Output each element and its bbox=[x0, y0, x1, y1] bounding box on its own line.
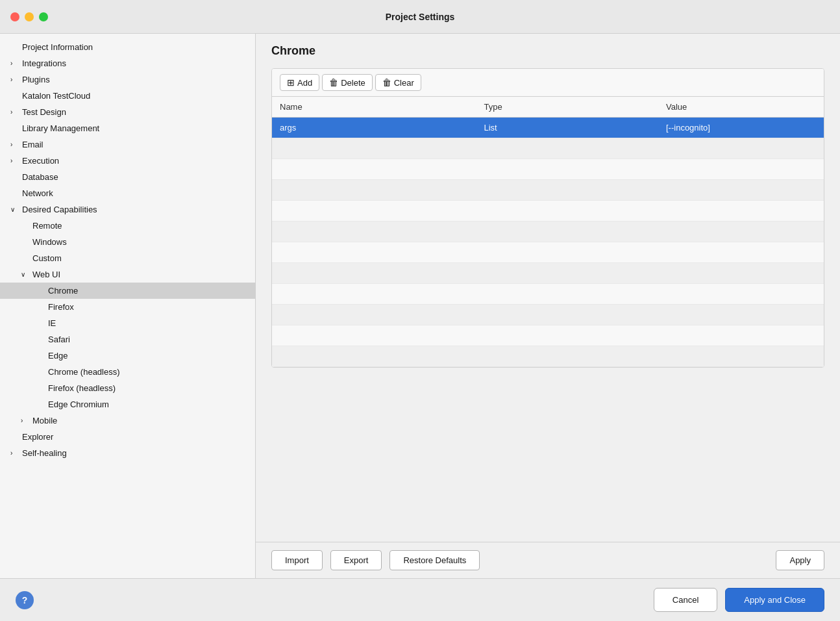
chevron-icon: › bbox=[10, 108, 18, 116]
sidebar-item-ie[interactable]: IE bbox=[0, 315, 255, 331]
maximize-button[interactable] bbox=[39, 12, 48, 21]
sidebar-item-label: Explorer bbox=[22, 432, 53, 442]
cell-type bbox=[476, 201, 659, 222]
sidebar-item-execution[interactable]: ›Execution bbox=[0, 153, 255, 169]
table-row[interactable] bbox=[272, 305, 824, 325]
sidebar-item-email[interactable]: ›Email bbox=[0, 136, 255, 153]
table-row[interactable] bbox=[272, 159, 824, 180]
cell-type bbox=[476, 305, 659, 325]
sidebar-item-database[interactable]: Database bbox=[0, 169, 255, 185]
sidebar-item-plugins[interactable]: ›Plugins bbox=[0, 71, 255, 88]
footer-bar: ? Cancel Apply and Close bbox=[0, 578, 840, 621]
cell-type bbox=[476, 180, 659, 201]
table-row[interactable] bbox=[272, 325, 824, 346]
add-label: Add bbox=[297, 78, 312, 88]
sidebar-item-label: Self-healing bbox=[22, 448, 67, 458]
add-button[interactable]: ⊞ Add bbox=[280, 74, 319, 91]
sidebar-item-firefox-headless[interactable]: Firefox (headless) bbox=[0, 380, 255, 396]
cell-value: [--incognito] bbox=[658, 118, 824, 138]
cell-value bbox=[658, 284, 824, 305]
table-row[interactable] bbox=[272, 284, 824, 305]
cell-type bbox=[476, 325, 659, 346]
cell-type bbox=[476, 159, 659, 180]
window-title: Project Settings bbox=[386, 12, 455, 22]
sidebar-item-windows[interactable]: Windows bbox=[0, 234, 255, 250]
sidebar-item-label: Katalon TestCloud bbox=[22, 91, 90, 101]
table-row[interactable] bbox=[272, 222, 824, 242]
sidebar-item-safari[interactable]: Safari bbox=[0, 331, 255, 348]
table-row[interactable] bbox=[272, 138, 824, 159]
content-body: ⊞ Add 🗑 Delete 🗑 Clear bbox=[256, 63, 840, 542]
chevron-icon: ∨ bbox=[21, 271, 29, 278]
sidebar-item-self-healing[interactable]: ›Self-healing bbox=[0, 445, 255, 461]
content-area: Chrome ⊞ Add 🗑 Delete 🗑 Clear bbox=[256, 34, 840, 578]
delete-icon: 🗑 bbox=[329, 77, 338, 88]
sidebar-item-label: Integrations bbox=[22, 58, 66, 68]
table-row[interactable] bbox=[272, 180, 824, 201]
sidebar-item-network[interactable]: Network bbox=[0, 185, 255, 201]
sidebar-item-remote[interactable]: Remote bbox=[0, 218, 255, 234]
clear-button[interactable]: 🗑 Clear bbox=[375, 74, 421, 91]
delete-label: Delete bbox=[341, 78, 365, 88]
sidebar-item-chrome[interactable]: Chrome bbox=[0, 283, 255, 299]
cell-name bbox=[272, 325, 476, 346]
sidebar-item-label: Email bbox=[22, 140, 43, 149]
table-row[interactable] bbox=[272, 263, 824, 284]
sidebar-item-label: Chrome bbox=[48, 286, 78, 296]
table-row[interactable]: argsList[--incognito] bbox=[272, 118, 824, 138]
minimize-button[interactable] bbox=[25, 12, 34, 21]
chevron-icon: › bbox=[21, 417, 29, 424]
import-button[interactable]: Import bbox=[271, 550, 323, 570]
sidebar-item-label: Database bbox=[22, 172, 58, 182]
table-row[interactable] bbox=[272, 242, 824, 263]
action-bar: Import Export Restore Defaults Apply bbox=[256, 542, 840, 578]
cell-name: args bbox=[272, 118, 476, 138]
close-button[interactable] bbox=[10, 12, 19, 21]
sidebar-item-label: Network bbox=[22, 188, 53, 198]
sidebar-item-chrome-headless[interactable]: Chrome (headless) bbox=[0, 364, 255, 380]
sidebar-item-project-information[interactable]: Project Information bbox=[0, 39, 255, 55]
sidebar-item-firefox[interactable]: Firefox bbox=[0, 299, 255, 315]
table-row[interactable] bbox=[272, 346, 824, 367]
sidebar-item-katalon-testcloud[interactable]: Katalon TestCloud bbox=[0, 88, 255, 104]
apply-button[interactable]: Apply bbox=[776, 550, 824, 570]
title-bar: Project Settings bbox=[0, 0, 840, 34]
add-icon: ⊞ bbox=[287, 77, 295, 88]
table-row[interactable] bbox=[272, 201, 824, 222]
chevron-icon: › bbox=[10, 157, 18, 164]
table-container: ⊞ Add 🗑 Delete 🗑 Clear bbox=[271, 68, 824, 368]
cell-type bbox=[476, 263, 659, 284]
sidebar-item-label: Safari bbox=[48, 335, 70, 344]
sidebar-item-label: Firefox (headless) bbox=[48, 383, 116, 393]
delete-button[interactable]: 🗑 Delete bbox=[322, 74, 373, 91]
sidebar-item-library-management[interactable]: Library Management bbox=[0, 120, 255, 136]
sidebar-item-label: Test Design bbox=[22, 107, 66, 117]
apply-close-button[interactable]: Apply and Close bbox=[725, 588, 824, 612]
main-layout: Project Information›Integrations›Plugins… bbox=[0, 34, 840, 578]
sidebar-item-label: Library Management bbox=[22, 123, 99, 133]
sidebar-item-mobile[interactable]: ›Mobile bbox=[0, 412, 255, 429]
cell-type bbox=[476, 346, 659, 367]
cell-value bbox=[658, 305, 824, 325]
cell-name bbox=[272, 284, 476, 305]
sidebar-item-label: Edge Chromium bbox=[48, 399, 109, 409]
sidebar-item-edge[interactable]: Edge bbox=[0, 348, 255, 364]
sidebar-item-integrations[interactable]: ›Integrations bbox=[0, 55, 255, 71]
sidebar-item-label: Custom bbox=[32, 253, 62, 263]
clear-icon: 🗑 bbox=[382, 77, 391, 88]
export-button[interactable]: Export bbox=[330, 550, 382, 570]
sidebar-item-desired-capabilities[interactable]: ∨Desired Capabilities bbox=[0, 201, 255, 218]
sidebar-item-label: Web UI bbox=[32, 270, 60, 279]
restore-defaults-button[interactable]: Restore Defaults bbox=[389, 550, 480, 570]
help-button[interactable]: ? bbox=[16, 591, 34, 609]
sidebar-item-test-design[interactable]: ›Test Design bbox=[0, 104, 255, 120]
sidebar-item-web-ui[interactable]: ∨Web UI bbox=[0, 266, 255, 283]
sidebar-item-label: Plugins bbox=[22, 75, 50, 84]
cell-name bbox=[272, 263, 476, 284]
sidebar: Project Information›Integrations›Plugins… bbox=[0, 34, 256, 578]
cancel-button[interactable]: Cancel bbox=[654, 588, 717, 612]
sidebar-item-custom[interactable]: Custom bbox=[0, 250, 255, 266]
sidebar-item-edge-chromium[interactable]: Edge Chromium bbox=[0, 396, 255, 412]
chevron-icon: › bbox=[10, 76, 18, 83]
sidebar-item-explorer[interactable]: Explorer bbox=[0, 429, 255, 445]
